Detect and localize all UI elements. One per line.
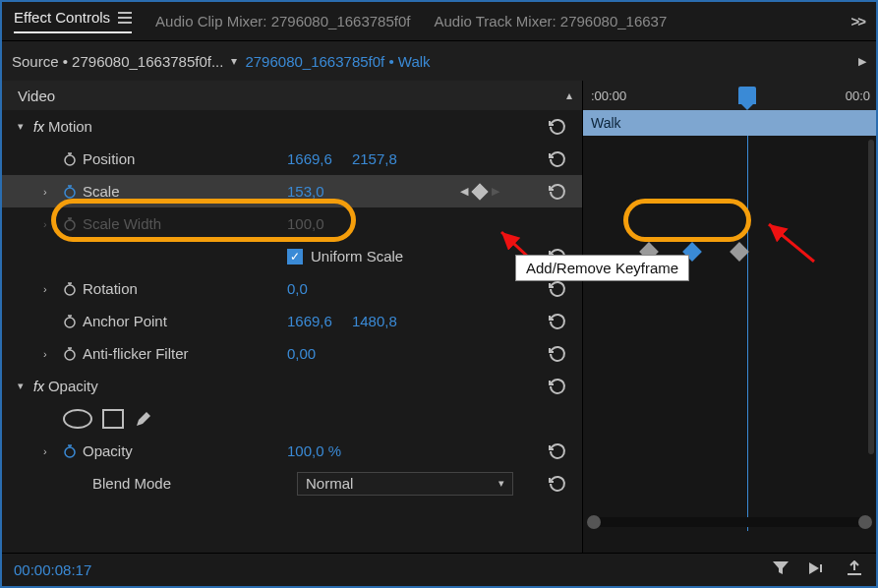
chevron-down-icon[interactable]: ▾	[18, 120, 31, 133]
zoom-scrollbar[interactable]	[591, 517, 868, 527]
chevron-right-icon[interactable]: ›	[43, 186, 57, 198]
prop-opacity[interactable]: › Opacity 100,0 %	[2, 435, 582, 467]
prop-rotation[interactable]: › Rotation 0,0	[2, 272, 582, 305]
timeline-body[interactable]	[583, 136, 876, 531]
reset-icon[interactable]	[547, 183, 568, 201]
prop-label: Scale	[83, 183, 120, 200]
tab-label: Effect Controls	[14, 9, 110, 26]
sequence-name[interactable]: 2796080_1663785f0f • Walk	[245, 53, 430, 70]
effect-controls-panel: { "tabs": { "effect_controls": "Effect C…	[0, 0, 878, 588]
reset-icon[interactable]	[547, 313, 568, 330]
stopwatch-icon[interactable]	[63, 347, 77, 361]
panel-footer: 00:00:08:17	[2, 553, 876, 586]
tab-audio-track-mixer[interactable]: Audio Track Mixer: 2796080_16637	[434, 13, 667, 29]
ellipse-mask-icon[interactable]	[63, 409, 92, 429]
prop-uniform-scale[interactable]: ✓ Uniform Scale	[2, 240, 582, 272]
ruler-start: :00:00	[591, 88, 626, 103]
blend-mode-dropdown[interactable]: Normal ▾	[297, 472, 513, 496]
panel-menu-icon[interactable]	[118, 12, 132, 24]
effect-label: Opacity	[48, 378, 98, 394]
prop-label: Anti-flicker Filter	[83, 345, 189, 362]
effect-opacity[interactable]: ▾ fx Opacity	[2, 370, 582, 402]
prop-position[interactable]: Position 1669,6 2157,8	[2, 143, 582, 175]
keyframe-nav: ◀ ▶	[460, 185, 499, 198]
prop-label: Blend Mode	[92, 475, 171, 492]
timecode-display[interactable]: 00:00:08:17	[14, 561, 91, 578]
reset-icon[interactable]	[547, 378, 568, 395]
fx-icon[interactable]: fx	[33, 119, 44, 135]
opacity-value[interactable]: 100,0 %	[287, 442, 341, 459]
stopwatch-icon[interactable]	[63, 282, 77, 296]
video-label: Video	[18, 88, 55, 104]
tooltip-add-remove-keyframe: Add/Remove Keyframe	[515, 255, 689, 281]
prop-label: Opacity	[83, 442, 133, 459]
reset-icon[interactable]	[547, 345, 568, 363]
stopwatch-icon[interactable]	[63, 152, 77, 166]
position-y[interactable]: 2157,8	[352, 150, 397, 167]
scale-width-value: 100,0	[287, 215, 324, 232]
svg-point-3	[65, 285, 75, 295]
video-section-header[interactable]: Video ▴	[2, 81, 582, 110]
clip-bar[interactable]: Walk	[583, 110, 876, 136]
export-icon[interactable]	[845, 560, 864, 579]
reset-icon[interactable]	[547, 118, 568, 136]
prop-blend-mode[interactable]: Blend Mode Normal ▾	[2, 467, 582, 500]
effect-motion[interactable]: ▾ fx Motion	[2, 110, 582, 143]
stopwatch-icon[interactable]	[63, 315, 77, 328]
scale-value[interactable]: 153,0	[287, 183, 324, 200]
fx-icon[interactable]: fx	[33, 379, 44, 394]
filter-icon[interactable]	[772, 560, 790, 579]
collapse-up-icon[interactable]: ▴	[566, 88, 572, 102]
time-ruler[interactable]: :00:00 00:0	[583, 81, 876, 110]
prev-keyframe-icon[interactable]: ◀	[460, 185, 468, 198]
playhead-handle[interactable]	[738, 87, 756, 104]
source-clip-name[interactable]: Source • 2796080_1663785f0f...	[12, 53, 223, 70]
reset-icon[interactable]	[547, 442, 568, 460]
keyframe-diamond[interactable]	[730, 242, 749, 262]
chevron-right-icon[interactable]: ›	[43, 445, 57, 457]
stopwatch-icon[interactable]	[63, 444, 77, 458]
anchor-y[interactable]: 1480,8	[352, 313, 397, 329]
zoom-handle-right[interactable]	[858, 515, 872, 529]
antiflicker-value[interactable]: 0,00	[287, 345, 316, 362]
playhead-line	[747, 136, 748, 531]
reset-icon[interactable]	[547, 475, 568, 493]
play-icon[interactable]: ▶	[858, 55, 866, 68]
next-keyframe-icon[interactable]: ▶	[492, 185, 499, 198]
prop-label: Anchor Point	[83, 313, 167, 329]
stopwatch-icon[interactable]	[63, 185, 77, 199]
timeline-pane: :00:00 00:0 Walk	[582, 81, 876, 557]
tab-effect-controls[interactable]: Effect Controls	[14, 9, 132, 33]
chevron-right-icon: ›	[43, 218, 57, 230]
reset-icon[interactable]	[547, 280, 568, 298]
ruler-end: 00:0	[846, 88, 870, 103]
chevron-down-icon: ▾	[498, 477, 504, 490]
anchor-x[interactable]: 1669,6	[287, 313, 332, 329]
prop-label: Scale Width	[83, 215, 161, 232]
chevron-right-icon[interactable]: ›	[43, 348, 57, 360]
tabs-overflow-icon[interactable]: >>	[850, 13, 864, 29]
zoom-handle-left[interactable]	[587, 515, 601, 529]
chevron-down-icon[interactable]: ▾	[18, 380, 31, 392]
vertical-scrollbar[interactable]	[868, 140, 874, 454]
tab-audio-clip-mixer[interactable]: Audio Clip Mixer: 2796080_1663785f0f	[155, 13, 410, 29]
chevron-down-icon[interactable]: ▾	[231, 54, 237, 68]
prop-scale[interactable]: › Scale 153,0 ◀ ▶	[2, 175, 582, 207]
blend-mode-value: Normal	[306, 475, 353, 492]
panel-tabs: Effect Controls Audio Clip Mixer: 279608…	[2, 2, 876, 41]
rotation-value[interactable]: 0,0	[287, 280, 308, 297]
add-remove-keyframe-button[interactable]	[472, 183, 489, 200]
prop-anchor-point[interactable]: Anchor Point 1669,6 1480,8	[2, 305, 582, 337]
play-only-icon[interactable]	[807, 560, 827, 579]
svg-point-4	[65, 318, 75, 327]
reset-icon[interactable]	[547, 150, 568, 168]
prop-label: Rotation	[83, 280, 138, 297]
uniform-scale-checkbox[interactable]: ✓	[287, 249, 303, 265]
chevron-right-icon[interactable]: ›	[43, 283, 57, 295]
prop-anti-flicker[interactable]: › Anti-flicker Filter 0,00	[2, 337, 582, 370]
prop-label: Uniform Scale	[311, 248, 403, 265]
prop-label: Position	[83, 150, 135, 167]
pen-mask-icon[interactable]	[134, 409, 153, 429]
rectangle-mask-icon[interactable]	[102, 409, 124, 429]
position-x[interactable]: 1669,6	[287, 150, 332, 167]
